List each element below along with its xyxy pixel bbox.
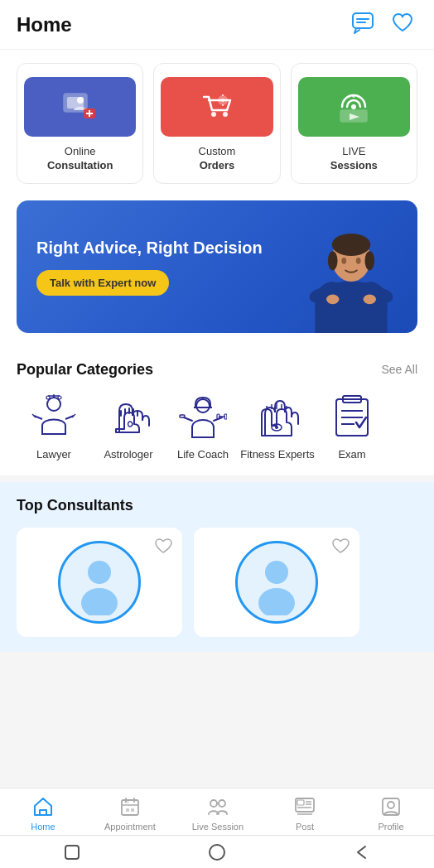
svg-rect-54 [224, 414, 227, 419]
fitness-experts-label: Fitness Experts [240, 448, 315, 461]
life-coach-label: Life Coach [177, 448, 229, 461]
home-circle-button[interactable] [208, 843, 226, 861]
see-all-button[interactable]: See All [381, 363, 417, 376]
svg-point-71 [265, 561, 288, 584]
nav-item-post[interactable]: Post [280, 795, 330, 832]
svg-point-22 [348, 96, 350, 99]
system-nav-bar [0, 835, 434, 868]
svg-line-49 [184, 417, 192, 421]
svg-point-12 [221, 99, 224, 102]
svg-point-81 [210, 800, 217, 807]
wishlist-icon-button[interactable] [388, 8, 417, 41]
category-item-life-coach[interactable]: Life Coach [166, 392, 240, 461]
online-consultation-label: Online Consultation [47, 145, 113, 173]
category-item-fitness-experts[interactable]: Fitness Experts [240, 392, 315, 461]
svg-point-56 [275, 426, 278, 429]
svg-point-68 [88, 561, 111, 584]
svg-point-17 [351, 104, 356, 109]
svg-rect-78 [126, 808, 129, 812]
svg-point-10 [223, 112, 228, 117]
nav-appointment-label: Appointment [104, 822, 156, 832]
post-icon [293, 795, 316, 818]
svg-point-9 [211, 112, 216, 117]
popular-categories-title: Popular Categories [17, 361, 153, 379]
consultant-1-avatar [58, 541, 141, 624]
live-sessions-card[interactable]: LIVE Sessions [291, 63, 417, 184]
category-item-exam[interactable]: Exam [315, 392, 389, 461]
nav-profile-label: Profile [378, 822, 403, 832]
nav-home-label: Home [31, 822, 55, 832]
svg-point-47 [196, 399, 210, 412]
svg-rect-0 [353, 13, 373, 28]
banner-cta-button[interactable]: Talk with Expert now [36, 270, 169, 296]
nav-item-live-session[interactable]: Live Session [192, 795, 244, 832]
top-consultants-section: Top Consultants [0, 482, 434, 652]
online-consultation-icon [24, 77, 136, 137]
nav-live-session-label: Live Session [192, 822, 244, 832]
top-consultants-header: Top Consultants [17, 497, 417, 514]
back-square-button[interactable] [63, 843, 81, 861]
svg-point-5 [77, 97, 84, 104]
custom-orders-card[interactable]: Custom Orders [153, 63, 280, 184]
lawyer-icon [29, 392, 79, 441]
chat-icon-button[interactable] [348, 8, 378, 41]
svg-point-91 [388, 802, 394, 808]
svg-rect-79 [131, 808, 134, 812]
back-triangle-button[interactable] [353, 843, 371, 861]
svg-point-33 [47, 398, 60, 411]
svg-rect-51 [180, 415, 185, 417]
consultants-row [17, 528, 417, 644]
live-session-icon [206, 795, 229, 818]
page-title: Home [17, 13, 72, 36]
svg-rect-80 [124, 801, 129, 803]
category-item-astrologer[interactable]: Astrologer [91, 392, 166, 461]
banner[interactable]: Right Advice, Right Decision Talk with E… [17, 200, 417, 333]
svg-point-21 [358, 96, 360, 99]
custom-orders-icon [161, 77, 272, 137]
astrologer-icon [104, 392, 153, 441]
consultant-1-heart-button[interactable] [154, 538, 172, 558]
live-sessions-icon [298, 77, 410, 137]
service-cards-section: Online Consultation [0, 50, 434, 200]
life-coach-icon [178, 392, 228, 441]
nav-post-label: Post [296, 822, 314, 832]
top-consultants-title: Top Consultants [17, 497, 133, 514]
fitness-experts-icon [253, 392, 302, 441]
consultant-2-avatar [235, 541, 318, 624]
exam-label: Exam [338, 448, 365, 461]
nav-item-home[interactable]: Home [18, 795, 68, 832]
svg-rect-85 [297, 800, 304, 805]
popular-categories-section: Popular Categories See All [0, 346, 434, 475]
svg-point-20 [352, 94, 355, 98]
live-sessions-label: LIVE Sessions [330, 145, 378, 173]
svg-point-93 [210, 845, 224, 860]
nav-item-appointment[interactable]: Appointment [104, 795, 156, 832]
astrologer-label: Astrologer [104, 448, 152, 461]
svg-point-82 [219, 800, 225, 807]
popular-categories-header: Popular Categories See All [17, 361, 417, 379]
banner-title: Right Advice, Right Decision [36, 237, 398, 258]
header: Home [0, 0, 434, 50]
header-icons [348, 8, 417, 41]
lawyer-label: Lawyer [36, 448, 71, 461]
banner-text: Right Advice, Right Decision Talk with E… [36, 237, 398, 296]
bottom-nav: Home Appointment [0, 788, 434, 835]
consultant-2-heart-button[interactable] [331, 538, 350, 558]
nav-item-profile[interactable]: Profile [366, 795, 416, 832]
banner-section: Right Advice, Right Decision Talk with E… [0, 200, 434, 346]
online-consultation-card[interactable]: Online Consultation [17, 63, 143, 184]
consultant-card-1[interactable] [17, 528, 182, 637]
profile-icon [379, 795, 403, 818]
consultant-card-2[interactable] [194, 528, 359, 637]
svg-rect-92 [65, 846, 79, 859]
appointment-icon [118, 795, 142, 818]
custom-orders-label: Custom Orders [199, 145, 236, 173]
exam-icon [327, 392, 377, 441]
home-icon [31, 795, 55, 818]
categories-row: Lawyer [17, 392, 417, 467]
category-item-lawyer[interactable]: Lawyer [17, 392, 91, 461]
